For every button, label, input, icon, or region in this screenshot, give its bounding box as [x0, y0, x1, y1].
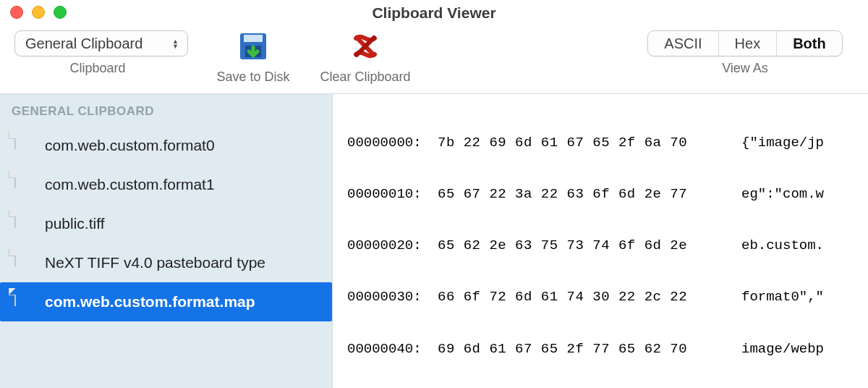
save-to-disk-label: Save to Disk — [216, 69, 289, 85]
sidebar-item-label: public.tiff — [45, 215, 105, 232]
hex-row: 00000010:65 67 22 3a 22 63 6f 6d 2e 77eg… — [347, 186, 852, 203]
view-as-segmented: ASCII Hex Both — [647, 30, 842, 56]
view-as-label: View As — [722, 61, 768, 76]
file-icon — [14, 289, 35, 315]
hex-row: 00000000:7b 22 69 6d 61 67 65 2f 6a 70{"… — [347, 135, 852, 152]
hex-address: 00000000: — [347, 135, 438, 152]
clear-clipboard-group: Clear Clipboard — [304, 29, 427, 93]
window-controls — [10, 6, 67, 19]
sidebar-section-header: GENERAL CLIPBOARD — [0, 100, 332, 126]
main-split: GENERAL CLIPBOARD com.web.custom.format0… — [0, 94, 868, 388]
file-icon — [14, 211, 35, 237]
sidebar-item-format1[interactable]: com.web.custom.format1 — [0, 165, 332, 204]
hex-bytes: 65 67 22 3a 22 63 6f 6d 2e 77 — [438, 186, 741, 203]
clipboard-select-value: General Clipboard — [25, 35, 142, 52]
sidebar-item-label: com.web.custom.format1 — [45, 176, 215, 193]
hex-bytes: 66 6f 72 6d 61 74 30 22 2c 22 — [438, 289, 741, 306]
hex-row: 00000020:65 62 2e 63 75 73 74 6f 6d 2eeb… — [347, 237, 852, 255]
save-to-disk-group: Save to Disk — [195, 29, 311, 93]
save-to-disk-button[interactable] — [236, 30, 271, 65]
hex-ascii: {"image/jp — [741, 135, 852, 152]
hex-ascii: eb.custom. — [741, 237, 852, 255]
toolbar-spacer — [427, 29, 637, 93]
delete-x-icon — [350, 31, 380, 64]
select-chevron-icon: ▲▼ — [172, 39, 179, 48]
file-icon — [14, 250, 35, 276]
view-as-both[interactable]: Both — [777, 31, 842, 56]
view-as-group: ASCII Hex Both View As — [637, 29, 854, 93]
clear-clipboard-button[interactable] — [348, 30, 383, 65]
view-as-ascii[interactable]: ASCII — [648, 31, 718, 56]
sidebar-item-label: com.web.custom.format0 — [45, 137, 215, 154]
sidebar-item-public-tiff[interactable]: public.tiff — [0, 204, 332, 243]
hex-row: 00000030:66 6f 72 6d 61 74 30 22 2c 22fo… — [347, 289, 852, 306]
hex-address: 00000030: — [347, 289, 438, 306]
hex-row: 00000040:69 6d 61 67 65 2f 77 65 62 70im… — [347, 341, 852, 358]
hex-bytes: 69 6d 61 67 65 2f 77 65 62 70 — [438, 341, 741, 358]
clear-clipboard-label: Clear Clipboard — [320, 69, 410, 85]
hex-address: 00000020: — [347, 237, 438, 255]
hex-ascii: eg":"com.w — [741, 186, 852, 203]
view-as-hex[interactable]: Hex — [719, 31, 778, 56]
sidebar-item-label: NeXT TIFF v4.0 pasteboard type — [45, 254, 265, 271]
toolbar: General Clipboard ▲▼ Clipboard Save to D… — [0, 26, 868, 94]
sidebar-item-format0[interactable]: com.web.custom.format0 — [0, 126, 332, 165]
file-icon — [14, 172, 35, 198]
clipboard-group-label: Clipboard — [69, 61, 125, 76]
window-title: Clipboard Viewer — [372, 4, 495, 22]
hex-ascii: image/webp — [741, 341, 852, 358]
hex-address: 00000040: — [347, 341, 438, 358]
hex-bytes: 7b 22 69 6d 61 67 65 2f 6a 70 — [438, 135, 741, 152]
sidebar: GENERAL CLIPBOARD com.web.custom.format0… — [0, 94, 333, 388]
titlebar: Clipboard Viewer — [0, 0, 868, 26]
hex-ascii: format0"," — [741, 289, 852, 306]
hex-view: 00000000:7b 22 69 6d 61 67 65 2f 6a 70{"… — [333, 94, 868, 388]
sidebar-item-format-map[interactable]: com.web.custom.format.map — [0, 282, 332, 321]
hex-address: 00000010: — [347, 186, 438, 203]
sidebar-item-label: com.web.custom.format.map — [45, 293, 255, 311]
minimize-window-button[interactable] — [32, 6, 45, 19]
zoom-window-button[interactable] — [54, 6, 67, 19]
clipboard-select[interactable]: General Clipboard ▲▼ — [14, 30, 188, 56]
svg-rect-1 — [244, 35, 263, 42]
file-icon — [14, 132, 35, 159]
hex-bytes: 65 62 2e 63 75 73 74 6f 6d 2e — [438, 237, 741, 255]
floppy-disk-icon — [238, 31, 268, 64]
clipboard-selector-group: General Clipboard ▲▼ Clipboard — [0, 29, 195, 93]
sidebar-item-next-tiff[interactable]: NeXT TIFF v4.0 pasteboard type — [0, 243, 332, 282]
close-window-button[interactable] — [10, 6, 23, 19]
